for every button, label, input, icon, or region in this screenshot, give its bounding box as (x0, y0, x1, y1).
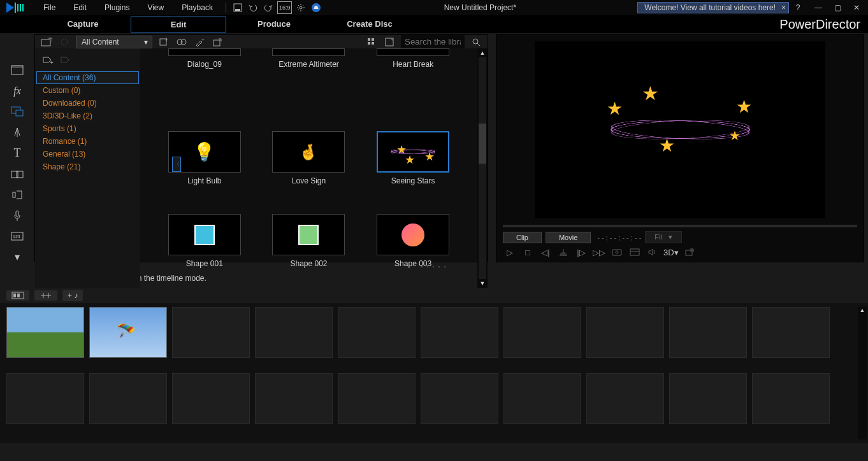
modify-template-icon[interactable] (175, 36, 188, 48)
pip-item[interactable]: 💡 Light Bulb (154, 131, 256, 201)
menu-edit[interactable]: Edit (66, 2, 94, 13)
close-window-icon[interactable]: ✕ (850, 1, 863, 14)
seek-bar[interactable] (503, 225, 857, 227)
tab-produce[interactable]: Produce (226, 17, 322, 32)
paint-designer-icon[interactable]: + (193, 36, 206, 48)
tag-shape[interactable]: Shape (21) (36, 160, 139, 173)
audio-room-icon[interactable] (10, 188, 24, 202)
storyboard-empty-slot[interactable] (255, 373, 333, 424)
pip-item[interactable]: Shape 002 (257, 214, 359, 284)
add-music-icon[interactable]: + ♪ (62, 290, 83, 301)
storyboard-empty-slot[interactable] (669, 373, 747, 424)
settings-gear-icon[interactable] (294, 1, 307, 14)
prev-frame-icon[interactable]: ◁| (539, 246, 553, 259)
storyboard-view-icon[interactable] (6, 290, 29, 301)
library-menu-icon[interactable] (383, 36, 396, 48)
expand-rooms-icon[interactable]: ▾ (10, 251, 24, 264)
title-room-icon[interactable]: T (10, 146, 24, 160)
collapse-tags-icon[interactable]: 〈 (172, 157, 181, 172)
storyboard-empty-slot[interactable] (172, 373, 250, 424)
storyboard-empty-slot[interactable] (586, 373, 664, 424)
pip-item[interactable]: 🤞 Love Sign (257, 131, 359, 201)
menu-plugins[interactable]: Plugins (97, 2, 137, 13)
storyboard-empty-slot[interactable] (503, 373, 581, 424)
menu-view[interactable]: View (140, 2, 171, 13)
scroll-up-icon[interactable]: ▲ (480, 50, 486, 56)
minimize-icon[interactable]: — (812, 1, 825, 14)
storyboard-empty-slot[interactable] (255, 307, 333, 358)
add-tag-icon[interactable]: + (41, 55, 54, 67)
menu-playback[interactable]: Playback (174, 2, 221, 13)
scroll-up-icon[interactable]: ▲ (858, 307, 867, 313)
download-media-icon[interactable] (58, 36, 71, 48)
pip-room-icon[interactable]: ◆ (10, 105, 24, 118)
maximize-icon[interactable]: ▢ (831, 1, 844, 14)
tag-3d[interactable]: 3D/3D-Like (2) (36, 110, 139, 122)
tag-all-content[interactable]: All Content (36) (36, 71, 139, 84)
undock-preview-icon[interactable] (683, 246, 697, 259)
next-frame-icon[interactable]: |▷ (574, 246, 588, 259)
fast-forward-icon[interactable]: ▷▷ (592, 246, 606, 259)
remove-tag-icon[interactable] (59, 55, 72, 67)
storyboard-empty-slot[interactable] (338, 307, 416, 358)
library-scrollbar[interactable]: ▲ ▼ (477, 48, 488, 288)
grid-view-icon[interactable] (365, 36, 378, 48)
play-icon[interactable]: ▷ (503, 246, 517, 259)
upload-icon[interactable] (211, 36, 224, 48)
storyboard-empty-slot[interactable] (586, 307, 664, 358)
close-icon[interactable]: × (781, 3, 786, 12)
redo-icon[interactable] (262, 1, 275, 14)
help-icon[interactable]: ? (792, 1, 804, 14)
create-new-icon[interactable]: + (157, 36, 170, 48)
preview-screen[interactable]: ★ ★ ★ ★ ★ (535, 41, 825, 218)
media-room-icon[interactable] (10, 64, 24, 77)
import-media-icon[interactable] (40, 36, 53, 48)
tag-general[interactable]: General (13) (36, 148, 139, 160)
transition-room-icon[interactable] (10, 167, 24, 181)
clip-mode-button[interactable]: Clip (503, 232, 542, 243)
storyboard-empty-slot[interactable] (752, 373, 830, 424)
save-icon[interactable] (231, 1, 244, 14)
pip-item[interactable]: Shape 003 (362, 214, 464, 284)
storyboard-empty-slot[interactable] (503, 307, 581, 358)
storyboard-clip[interactable]: 🪂 00;00;05;00 (89, 307, 167, 358)
tag-custom[interactable]: Custom (0) (36, 84, 139, 97)
storyboard-empty-slot[interactable] (172, 307, 250, 358)
tab-capture[interactable]: Capture (35, 17, 131, 32)
undo-icon[interactable] (247, 1, 259, 14)
pip-item-selected[interactable]: ★ ★ ★ Seeing Stars (362, 131, 464, 201)
particle-room-icon[interactable] (10, 126, 24, 139)
fit-dropdown[interactable]: Fit ▾ (645, 231, 681, 243)
movie-mode-button[interactable]: Movie (546, 232, 591, 243)
storyboard-empty-slot[interactable] (338, 373, 416, 424)
3d-dropdown[interactable]: 3D ▾ (663, 246, 679, 259)
storyboard-empty-slot[interactable] (89, 373, 167, 424)
search-icon[interactable] (470, 36, 482, 48)
aspect-ratio-selector[interactable]: 16:9 (277, 1, 293, 14)
voice-room-icon[interactable] (10, 209, 24, 222)
storyboard-clip[interactable]: 00;00;05;00 (6, 307, 84, 358)
pip-item[interactable]: Extreme Altimeter (257, 48, 359, 118)
notification-bell-icon[interactable] (310, 1, 322, 14)
storyboard-scrollbar[interactable]: ▲ (858, 307, 867, 439)
scroll-handle[interactable] (479, 124, 486, 164)
tag-romance[interactable]: Romance (1) (36, 135, 139, 148)
search-input[interactable] (401, 35, 465, 48)
storyboard-empty-slot[interactable] (421, 373, 498, 424)
tag-sports[interactable]: Sports (1) (36, 122, 139, 135)
pip-item[interactable]: Dialog_09 (154, 48, 256, 118)
snapshot-icon[interactable] (610, 246, 624, 259)
storyboard-empty-slot[interactable] (421, 307, 498, 358)
storyboard-empty-slot[interactable] (669, 307, 747, 358)
preview-quality-icon[interactable] (628, 246, 642, 259)
goto-start-icon[interactable] (556, 246, 570, 259)
tab-create-disc[interactable]: Create Disc (322, 17, 417, 32)
tab-edit[interactable]: Edit (131, 17, 226, 32)
storyboard-empty-slot[interactable] (752, 307, 830, 358)
volume-icon[interactable] (646, 246, 660, 259)
menu-file[interactable]: File (36, 2, 63, 13)
tag-downloaded[interactable]: Downloaded (0) (36, 97, 139, 110)
stop-icon[interactable]: □ (521, 246, 535, 259)
pip-item[interactable]: Heart Break (362, 48, 464, 118)
library-filter-dropdown[interactable]: All Content (76, 36, 152, 48)
